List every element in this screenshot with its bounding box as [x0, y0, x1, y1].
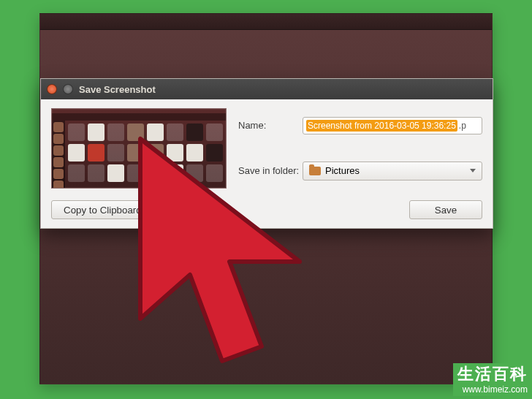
folder-dropdown[interactable]: Pictures [303, 162, 482, 180]
copy-clipboard-button[interactable]: Copy to Clipboard [51, 200, 154, 219]
filename-selected-text: Screenshot from 2016-03-05 19:36:25 [306, 120, 457, 132]
save-button[interactable]: Save [409, 200, 482, 219]
save-form: Name: Screenshot from 2016-03-05 19:36:2… [238, 108, 482, 189]
screenshot-thumbnail [51, 108, 227, 189]
chevron-down-icon [470, 169, 476, 172]
watermark-url: www.bimeiz.com [457, 384, 528, 395]
dialog-titlebar[interactable]: Save Screenshot [41, 79, 493, 99]
top-menubar [40, 14, 492, 30]
folder-value: Pictures [325, 165, 360, 176]
dialog-title: Save Screenshot [79, 84, 156, 95]
folder-label: Save in folder: [238, 165, 303, 176]
name-label: Name: [238, 120, 303, 131]
close-icon[interactable] [47, 84, 57, 94]
filename-input[interactable]: Screenshot from 2016-03-05 19:36:25 .p [303, 117, 482, 134]
minimize-icon[interactable] [63, 84, 73, 94]
watermark: 生活百科 www.bimeiz.com [453, 363, 532, 396]
folder-icon [309, 167, 321, 175]
desktop-backdrop: Save Screenshot Name: Screenshot from 20… [39, 13, 493, 384]
save-screenshot-dialog: Save Screenshot Name: Screenshot from 20… [40, 78, 493, 229]
watermark-text-cn: 生活百科 [457, 365, 528, 384]
filename-ext: .p [457, 121, 466, 131]
